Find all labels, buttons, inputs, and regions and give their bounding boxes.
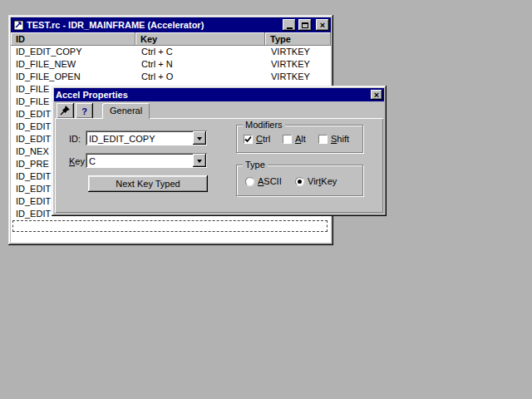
window-title: TEST.rc - IDR_MAINFRAME (Accelerator): [27, 20, 280, 30]
maximize-icon: [302, 22, 308, 28]
key-combobox[interactable]: C: [86, 153, 207, 168]
id-dropdown-button[interactable]: [193, 131, 206, 145]
shift-checkbox-label: Shift: [331, 134, 349, 144]
help-icon: ?: [81, 106, 87, 116]
pushpin-icon: [60, 105, 71, 117]
table-cell: VIRTKEY: [265, 46, 331, 58]
close-icon: ×: [320, 21, 325, 29]
minimize-button[interactable]: [283, 19, 296, 31]
virtkey-radio[interactable]: VirtKey: [295, 176, 337, 186]
minimize-icon: [287, 27, 293, 29]
checkbox-box: [318, 135, 328, 144]
next-key-typed-button[interactable]: Next Key Typed: [88, 175, 208, 192]
key-dropdown-button[interactable]: [193, 154, 206, 167]
dialog-body: ? General ID: ID_EDIT_COPY Key: C: [54, 101, 384, 214]
table-cell: VIRTKEY: [265, 58, 331, 71]
column-header-key[interactable]: Key: [135, 32, 265, 46]
ascii-radio-label: ASCII: [258, 176, 282, 186]
chevron-down-icon: [197, 137, 202, 143]
radio-dot-icon: [298, 180, 302, 184]
chevron-down-icon: [197, 160, 202, 165]
keep-visible-pin-button[interactable]: [57, 103, 74, 119]
modifiers-group-label: Modifiers: [243, 120, 285, 130]
column-header-type[interactable]: Type: [265, 32, 331, 46]
new-entry-placeholder[interactable]: [12, 220, 328, 232]
table-cell: ID_EDIT_COPY: [11, 46, 135, 58]
modifiers-group: Modifiers Ctrl Alt: [236, 125, 363, 153]
maximize-button[interactable]: [298, 19, 312, 31]
key-label: Key:: [69, 156, 87, 166]
ctrl-checkbox-label: Ctrl: [256, 134, 270, 144]
shift-checkbox[interactable]: Shift: [318, 134, 349, 144]
help-button[interactable]: ?: [76, 103, 93, 119]
table-row[interactable]: ID_FILE_NEWCtrl + NVIRTKEY: [11, 58, 331, 71]
table-header: ID Key Type: [11, 32, 331, 46]
main-window-titlebar[interactable]: TEST.rc - IDR_MAINFRAME (Accelerator) ×: [11, 17, 331, 32]
type-group: Type ASCII VirtKey: [236, 165, 363, 196]
id-combobox[interactable]: ID_EDIT_COPY: [86, 131, 207, 145]
radio-circle: [295, 177, 304, 186]
alt-checkbox[interactable]: Alt: [283, 134, 306, 144]
dialog-titlebar[interactable]: Accel Properties ×: [54, 88, 384, 101]
check-icon: [244, 135, 252, 143]
checkbox-box: [283, 135, 292, 144]
column-header-id[interactable]: ID: [11, 32, 135, 46]
general-tab-page: ID: ID_EDIT_COPY Key: C Next Key Typed: [55, 118, 383, 213]
tab-general[interactable]: General: [102, 103, 150, 119]
table-cell: Ctrl + N: [135, 58, 265, 71]
table-cell: Ctrl + O: [135, 71, 265, 83]
table-cell: Ctrl + C: [135, 46, 265, 58]
table-row[interactable]: ID_FILE_OPENCtrl + OVIRTKEY: [11, 71, 331, 83]
dialog-title: Accel Properties: [56, 90, 368, 100]
virtkey-radio-label: VirtKey: [308, 176, 337, 186]
alt-checkbox-label: Alt: [295, 134, 306, 144]
close-button[interactable]: ×: [316, 19, 329, 31]
table-cell: VIRTKEY: [265, 71, 331, 83]
table-cell: ID_FILE_NEW: [11, 58, 135, 71]
id-combobox-value: ID_EDIT_COPY: [89, 134, 192, 144]
radio-circle: [245, 177, 254, 186]
table-row[interactable]: ID_EDIT_COPYCtrl + CVIRTKEY: [11, 46, 331, 58]
accelerator-window-icon: [12, 19, 24, 31]
ascii-radio[interactable]: ASCII: [245, 176, 282, 186]
type-group-label: Type: [243, 160, 268, 170]
dialog-close-icon: ×: [374, 91, 379, 99]
desktop: TEST.rc - IDR_MAINFRAME (Accelerator) × …: [0, 0, 532, 399]
id-label: ID:: [69, 134, 81, 144]
table-cell: ID_FILE_OPEN: [11, 71, 135, 83]
dialog-close-button[interactable]: ×: [371, 90, 382, 100]
key-combobox-value: C: [89, 156, 192, 166]
ctrl-checkbox[interactable]: Ctrl: [244, 134, 270, 144]
accel-properties-dialog[interactable]: Accel Properties × ? General ID:: [52, 86, 387, 216]
checkbox-box: [244, 135, 253, 144]
